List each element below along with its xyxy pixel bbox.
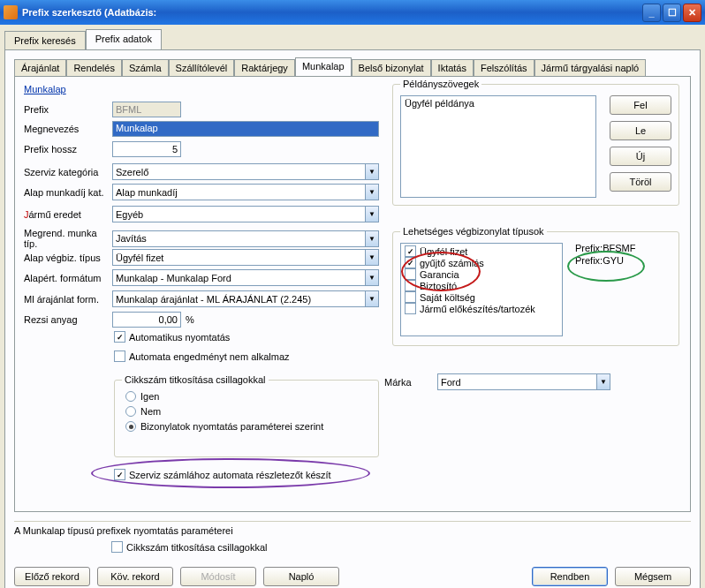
vegbiz-list[interactable]: ✓Ügyfél fizet ✓gyűjtő számlás Garancia B… <box>400 243 563 336</box>
prefix-gyu: Prefix:GYU <box>575 255 624 266</box>
radio-nem[interactable] <box>125 406 136 417</box>
tab-iktatas[interactable]: Iktatás <box>431 59 474 76</box>
chk-jarmu-elokeszites[interactable] <box>405 303 416 314</box>
modosit-button: Módosít <box>180 567 256 586</box>
chk-ugyfel-fizet[interactable]: ✓ <box>405 245 416 257</box>
app-icon <box>4 5 18 19</box>
label-bottom-cikkszam: Cikkszám titkosítása csillagokkal <box>126 542 268 553</box>
label-prefix-hossz: Prefix hossz <box>24 144 112 155</box>
alap-munkadij-combo[interactable]: Alap munkadíj▼ <box>112 184 379 200</box>
jarmu-eredet-combo[interactable]: Egyéb▼ <box>112 206 379 222</box>
chk-sajat-koltseg[interactable] <box>405 291 416 303</box>
bottom-button-bar: Előző rekord Köv. rekord Módosít Napló R… <box>14 567 691 586</box>
alap-vegbiz-combo[interactable]: Ügyfél fizet▼ <box>112 249 379 266</box>
tab-jarmu-targyalasi[interactable]: Jármű tárgyalási napló <box>534 59 647 76</box>
tab-prefix-adatok[interactable]: Prefix adatok <box>86 29 162 49</box>
radio-bizonylatok[interactable] <box>125 421 136 432</box>
label-alap-vegbiz: Alap végbiz. típus <box>24 253 112 263</box>
chevron-down-icon: ▼ <box>365 270 378 285</box>
chevron-down-icon: ▼ <box>365 231 378 246</box>
label-auto-engedmeny: Automata engedményt nem alkalmaz <box>129 351 290 362</box>
window-title: Prefix szerkesztő (Adatbázis: <box>22 7 642 18</box>
uj-button[interactable]: Új <box>610 147 671 166</box>
peldany-group: Példányszövegek Ügyfél példánya Fel Le Ú… <box>392 84 679 206</box>
auto-nyomtatas-checkbox[interactable]: ✓ <box>114 331 125 343</box>
label-szerviz-szamla: Szerviz számlához automata részletezőt k… <box>129 470 331 480</box>
label-rezsi-anyag: Rezsi anyag <box>24 314 112 325</box>
tab-raktarjegy[interactable]: Raktárjegy <box>234 59 295 76</box>
tab-szamla[interactable]: Számla <box>122 59 169 76</box>
megrend-combo[interactable]: Javítás▼ <box>112 230 379 247</box>
cikkszam-group-title: Cikkszám titkosítása csillagokkal <box>122 374 269 385</box>
label-jarmu-eredet: Jármű eredet <box>24 209 112 220</box>
rendben-button[interactable]: Rendben <box>532 567 608 586</box>
label-prefix: Prefix <box>24 104 112 115</box>
close-button[interactable]: ✕ <box>683 4 701 22</box>
bottom-section: A Munkalap típusú prefixek nyomtatás par… <box>14 521 691 556</box>
elozo-rekord-button[interactable]: Előző rekord <box>14 567 90 586</box>
maximize-button[interactable]: ☐ <box>663 4 681 22</box>
alapert-formatum-combo[interactable]: Munkalap - Munkalap Ford▼ <box>112 269 379 286</box>
tab-prefix-kereses[interactable]: Prefix keresés <box>4 31 86 49</box>
ml-arajanlat-combo[interactable]: Munkalap árajánlat - ML ÁRAJÁNLAT (2.245… <box>112 290 379 307</box>
fel-button[interactable]: Fel <box>610 95 671 115</box>
tab-belso-bizonylat[interactable]: Belső bizonylat <box>352 59 431 76</box>
tab-felszolitas[interactable]: Felszólítás <box>474 59 534 76</box>
chk-garancia[interactable] <box>405 268 416 280</box>
label-alap-munkadij: Alap munkadíj kat. <box>24 187 112 198</box>
label-ml-arajanlat: Ml árajánlat form. <box>24 294 112 305</box>
auto-engedmeny-checkbox[interactable] <box>114 351 125 362</box>
torol-button[interactable]: Töröl <box>610 172 671 192</box>
section-title: Munkalap <box>24 84 66 94</box>
le-button[interactable]: Le <box>610 121 671 140</box>
chk-gyujto-szamlas[interactable]: ✓ <box>405 257 416 268</box>
bottom-cikkszam-checkbox[interactable] <box>111 541 123 553</box>
label-marka: Márka <box>384 377 437 388</box>
cikkszam-group: Cikkszám titkosítása csillagokkal Igen N… <box>114 380 379 457</box>
chevron-down-icon: ▼ <box>365 250 378 265</box>
prefix-bfsmf: Prefix:BFSMF <box>575 243 635 253</box>
main-tabs: Prefix keresés Prefix adatok <box>4 29 701 49</box>
vegbiz-group: Lehetséges végbizonylat típusok ✓Ügyfél … <box>392 231 679 346</box>
label-alapert-formatum: Alapért. formátum <box>24 273 112 283</box>
tab-szallitolevel[interactable]: Szállítólevél <box>169 59 235 76</box>
tab-munkalap[interactable]: Munkalap <box>295 57 352 76</box>
sub-content: Munkalap Prefix MegnevezésMunkalap Prefi… <box>14 76 691 512</box>
label-megrend: Megrend. munka típ. <box>24 228 112 249</box>
prefix-input <box>112 102 181 117</box>
chevron-down-icon: ▼ <box>365 291 378 306</box>
minimize-button[interactable]: _ <box>642 4 661 22</box>
peldany-list[interactable]: Ügyfél példánya <box>400 95 596 198</box>
chevron-down-icon: ▼ <box>596 374 610 389</box>
chevron-down-icon: ▼ <box>365 185 378 200</box>
peldany-title: Példányszövegek <box>400 79 481 89</box>
chk-biztosito[interactable] <box>405 280 416 291</box>
percent-unit: % <box>186 314 194 325</box>
vegbiz-title: Lehetséges végbizonylat típusok <box>400 226 547 237</box>
label-auto-nyomtatas: Automatikus nyomtatás <box>129 332 230 343</box>
naplo-button[interactable]: Napló <box>263 567 339 586</box>
sub-tabs: Árajánlat Rendelés Számla Szállítólevél … <box>14 57 691 76</box>
bottom-section-title: A Munkalap típusú prefixek nyomtatás par… <box>14 525 691 536</box>
rezsi-anyag-input[interactable] <box>112 312 181 328</box>
chevron-down-icon: ▼ <box>365 164 378 179</box>
marka-combo[interactable]: Ford▼ <box>437 373 610 390</box>
tab-arajanlat[interactable]: Árajánlat <box>14 59 66 76</box>
titlebar: Prefix szerkesztő (Adatbázis: _ ☐ ✕ <box>0 0 705 25</box>
tab-rendeles[interactable]: Rendelés <box>66 59 121 76</box>
szerviz-kat-combo[interactable]: Szerelő▼ <box>112 163 379 180</box>
label-szerviz-kat: Szerviz kategória <box>24 167 112 177</box>
megsem-button[interactable]: Mégsem <box>615 567 691 586</box>
szerviz-szamla-checkbox[interactable]: ✓ <box>114 469 125 480</box>
prefix-hossz-input[interactable] <box>112 141 181 157</box>
kov-rekord-button[interactable]: Köv. rekord <box>97 567 173 586</box>
content-panel: Árajánlat Rendelés Számla Szállítólevél … <box>4 49 701 588</box>
chevron-down-icon: ▼ <box>365 207 378 222</box>
radio-igen[interactable] <box>125 391 136 402</box>
label-megnevezes: Megnevezés <box>24 124 112 134</box>
megnevezes-input[interactable]: Munkalap <box>112 121 379 137</box>
